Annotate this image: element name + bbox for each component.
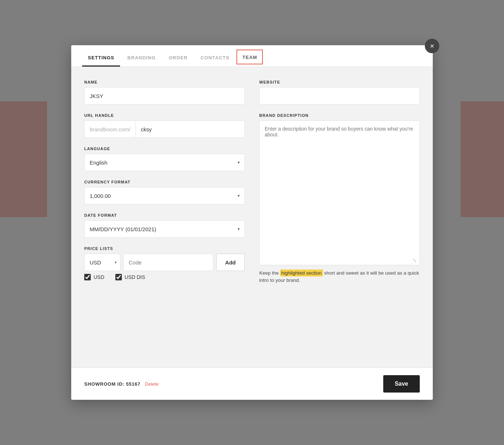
name-input[interactable] bbox=[84, 87, 245, 105]
date-format-select-wrapper: MM/DD/YYYY (01/01/2021) DD/MM/YYYY (01/0… bbox=[84, 220, 245, 238]
language-field-group: LANGUAGE English Spanish French German ▾ bbox=[84, 147, 245, 171]
price-lists-row: USD EUR GBP ▾ Add bbox=[84, 254, 245, 271]
date-format-select[interactable]: MM/DD/YYYY (01/01/2021) DD/MM/YYYY (01/0… bbox=[84, 220, 245, 238]
language-label: LANGUAGE bbox=[84, 147, 245, 151]
modal-footer: SHOWROOM ID: 55167 Delete Save bbox=[71, 368, 433, 400]
name-label: NAME bbox=[84, 80, 245, 84]
currency-format-field-group: CURRENCY FORMAT 1,000.00 1.000,00 ▾ bbox=[84, 180, 245, 204]
brand-description-field-group: BRAND DESCRIPTION ⤡ Keep the highlighted… bbox=[259, 113, 420, 284]
textarea-wrapper: ⤡ bbox=[259, 120, 420, 267]
left-column: NAME URL HANDLE brandboom.com/ LANGUAGE bbox=[84, 80, 245, 360]
url-prefix: brandboom.com/ bbox=[84, 120, 136, 138]
code-input[interactable] bbox=[123, 254, 213, 271]
url-handle-field-group: URL HANDLE brandboom.com/ bbox=[84, 113, 245, 138]
currency-select-wrapper: USD EUR GBP ▾ bbox=[84, 254, 120, 271]
usd-checkbox-label[interactable]: USD bbox=[84, 274, 104, 280]
currency-format-label: CURRENCY FORMAT bbox=[84, 180, 245, 184]
add-button[interactable]: Add bbox=[216, 254, 245, 271]
currency-select[interactable]: USD EUR GBP bbox=[84, 254, 120, 271]
website-label: WEBSITE bbox=[259, 80, 420, 84]
hint-prefix: Keep the bbox=[259, 270, 280, 276]
language-select[interactable]: English Spanish French German bbox=[84, 154, 245, 171]
tab-team[interactable]: TEAM bbox=[236, 50, 263, 64]
tab-branding[interactable]: BRANDING bbox=[121, 48, 161, 67]
tab-order[interactable]: ORDER bbox=[163, 48, 193, 67]
usd-dis-label: USD DIS bbox=[125, 274, 145, 280]
currency-format-select-wrapper: 1,000.00 1.000,00 ▾ bbox=[84, 187, 245, 204]
tab-settings[interactable]: SETTINGS bbox=[82, 48, 120, 67]
url-handle-label: URL HANDLE bbox=[84, 113, 245, 118]
date-format-label: DATE FORMAT bbox=[84, 213, 245, 217]
usd-checkbox[interactable] bbox=[84, 274, 91, 280]
usd-dis-checkbox[interactable] bbox=[115, 274, 122, 280]
usd-dis-checkbox-label[interactable]: USD DIS bbox=[115, 274, 145, 280]
modal-body: NAME URL HANDLE brandboom.com/ LANGUAGE bbox=[71, 67, 433, 368]
checkboxes-row: USD USD DIS bbox=[84, 274, 245, 280]
brand-description-label: BRAND DESCRIPTION bbox=[259, 113, 420, 118]
right-column: WEBSITE BRAND DESCRIPTION ⤡ Keep the hig… bbox=[259, 80, 420, 360]
showroom-info: SHOWROOM ID: 55167 Delete bbox=[84, 381, 159, 387]
website-field-group: WEBSITE bbox=[259, 80, 420, 105]
language-select-wrapper: English Spanish French German ▾ bbox=[84, 154, 245, 171]
brand-description-textarea[interactable] bbox=[259, 120, 420, 265]
price-lists-field-group: PRICE LISTS USD EUR GBP ▾ Add bbox=[84, 246, 245, 280]
date-format-field-group: DATE FORMAT MM/DD/YYYY (01/01/2021) DD/M… bbox=[84, 213, 245, 238]
price-lists-label: PRICE LISTS bbox=[84, 246, 245, 251]
tabs-bar: SETTINGS BRANDING ORDER CONTACTS TEAM bbox=[71, 45, 433, 67]
close-icon: × bbox=[430, 42, 434, 50]
website-input[interactable] bbox=[259, 87, 420, 105]
settings-modal: × SETTINGS BRANDING ORDER CONTACTS TEAM … bbox=[71, 45, 433, 400]
delete-link[interactable]: Delete bbox=[145, 381, 159, 387]
url-handle-row: brandboom.com/ bbox=[84, 120, 245, 138]
save-button[interactable]: Save bbox=[383, 375, 420, 393]
brand-hint: Keep the highlighted section short and s… bbox=[259, 270, 420, 284]
currency-format-select[interactable]: 1,000.00 1.000,00 bbox=[84, 187, 245, 204]
showroom-id: SHOWROOM ID: 55167 bbox=[84, 381, 141, 387]
name-field-group: NAME bbox=[84, 80, 245, 105]
tab-contacts[interactable]: CONTACTS bbox=[195, 48, 235, 67]
usd-label: USD bbox=[94, 274, 104, 280]
hint-highlight: highlighted section bbox=[280, 270, 323, 276]
url-handle-input[interactable] bbox=[136, 120, 245, 138]
close-button[interactable]: × bbox=[425, 39, 439, 53]
